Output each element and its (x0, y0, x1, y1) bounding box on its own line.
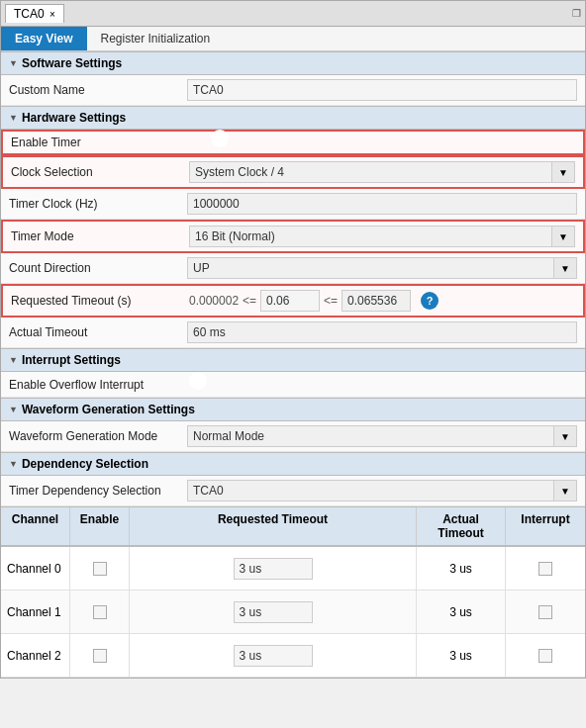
td-channel-1: Channel 1 (1, 591, 70, 633)
clock-selection-input[interactable] (189, 161, 551, 183)
actual-timeout-row: Actual Timeout (1, 318, 585, 348)
dependency-selection-header: ▼ Dependency Selection (1, 452, 585, 476)
timer-dependency-dropdown-btn[interactable]: ▼ (553, 480, 577, 501)
th-requested-timeout: Requested Timeout (130, 507, 417, 545)
count-direction-dropdown-btn[interactable]: ▼ (553, 257, 577, 279)
custom-name-input[interactable] (187, 79, 577, 101)
timer-mode-dropdown-btn[interactable]: ▼ (551, 226, 575, 247)
tab-easy-view[interactable]: Easy View (1, 27, 87, 50)
help-icon[interactable]: ? (421, 292, 439, 310)
waveform-mode-dropdown-btn[interactable]: ▼ (553, 425, 577, 447)
enable-timer-label: Enable Timer (11, 136, 189, 149)
collapse-triangle-interrupt: ▼ (9, 355, 18, 365)
enable-timer-row: Enable Timer (1, 130, 585, 155)
interrupt-settings-header: ▼ Interrupt Settings (1, 348, 585, 372)
enable-timer-toggle-container (189, 136, 575, 149)
dependency-selection-title: Dependency Selection (22, 457, 148, 471)
timer-mode-label: Timer Mode (11, 229, 189, 243)
interrupt-checkbox-2[interactable] (538, 649, 552, 663)
td-channel-2: Channel 2 (1, 634, 70, 677)
enable-checkbox-1[interactable] (93, 605, 107, 619)
timer-dependency-row: Timer Dependency Selection ▼ (1, 476, 585, 506)
td-interrupt-2 (506, 634, 585, 677)
interrupt-checkbox-0[interactable] (538, 562, 552, 576)
timer-clock-input (187, 193, 577, 215)
td-actual-2: 3 us (417, 634, 506, 677)
clock-selection-row: Clock Selection ▼ (1, 155, 585, 189)
waveform-mode-label: Waveform Generation Mode (9, 429, 187, 443)
td-requested-1 (130, 591, 417, 633)
hardware-settings-title: Hardware Settings (22, 111, 126, 125)
timeout-value-input[interactable] (260, 290, 320, 312)
timeout-min: 0.000002 (189, 294, 239, 308)
waveform-mode-input[interactable] (187, 425, 553, 447)
timer-mode-row: Timer Mode ▼ (1, 220, 585, 253)
software-settings-header: ▼ Software Settings (1, 51, 585, 75)
main-window: TCA0 × ❐ Easy View Register Initializati… (0, 0, 586, 679)
requested-timeout-row: Requested Timeout (s) 0.000002 <= <= ? (1, 284, 585, 318)
collapse-triangle-dependency: ▼ (9, 459, 18, 469)
clock-selection-label: Clock Selection (11, 165, 189, 179)
custom-name-value-container (187, 79, 577, 101)
window-tab[interactable]: TCA0 × (5, 4, 64, 23)
requested-timeout-input-2[interactable] (234, 645, 313, 667)
td-enable-2 (70, 634, 130, 677)
enable-overflow-label: Enable Overflow Interrupt (9, 378, 187, 392)
td-actual-0: 3 us (417, 547, 506, 590)
enable-checkbox-0[interactable] (93, 562, 107, 576)
timer-mode-input[interactable] (189, 226, 551, 247)
td-interrupt-1 (506, 591, 585, 633)
custom-name-label: Custom Name (9, 83, 187, 97)
table-row: Channel 2 3 us (1, 634, 585, 678)
th-interrupt: Interrupt (506, 507, 585, 545)
th-actual-timeout: Actual Timeout (417, 507, 506, 545)
timeout-lte1: <= (243, 294, 256, 308)
td-actual-1: 3 us (417, 591, 506, 633)
window-tab-label: TCA0 (14, 7, 45, 21)
enable-checkbox-2[interactable] (93, 649, 107, 663)
waveform-settings-title: Waveform Generation Settings (22, 403, 195, 416)
clock-selection-container: ▼ (189, 161, 575, 183)
timer-dependency-label: Timer Dependency Selection (9, 484, 187, 498)
interrupt-checkbox-1[interactable] (538, 605, 552, 619)
top-tab-bar: Easy View Register Initialization (1, 27, 585, 51)
timeout-max-input (342, 290, 411, 312)
tab-register-initialization[interactable]: Register Initialization (87, 27, 225, 50)
td-requested-0 (130, 547, 417, 590)
td-interrupt-0 (506, 547, 585, 590)
th-enable: Enable (70, 507, 130, 545)
enable-overflow-row: Enable Overflow Interrupt (1, 372, 585, 398)
timer-clock-row: Timer Clock (Hz) (1, 189, 585, 220)
collapse-triangle-waveform: ▼ (9, 405, 18, 414)
collapse-triangle-hardware: ▼ (9, 113, 18, 123)
software-settings-title: Software Settings (22, 56, 122, 70)
td-enable-0 (70, 547, 130, 590)
title-bar: TCA0 × ❐ (1, 1, 585, 27)
th-channel: Channel (1, 507, 70, 545)
requested-timeout-input-1[interactable] (234, 601, 313, 623)
table-row: Channel 0 3 us (1, 547, 585, 591)
channel-table: Channel Enable Requested Timeout Actual … (1, 506, 585, 678)
count-direction-input[interactable] (187, 257, 553, 279)
collapse-triangle-software: ▼ (9, 58, 18, 68)
timeout-lte2: <= (324, 294, 338, 308)
actual-timeout-label: Actual Timeout (9, 325, 187, 339)
interrupt-settings-title: Interrupt Settings (22, 353, 121, 367)
close-icon[interactable]: × (49, 9, 55, 20)
waveform-mode-row: Waveform Generation Mode ▼ (1, 421, 585, 452)
hardware-settings-header: ▼ Hardware Settings (1, 106, 585, 130)
count-direction-row: Count Direction ▼ (1, 253, 585, 284)
clock-selection-dropdown-btn[interactable]: ▼ (551, 161, 575, 183)
requested-timeout-label: Requested Timeout (s) (11, 294, 189, 308)
custom-name-row: Custom Name (1, 75, 585, 106)
td-channel-0: Channel 0 (1, 547, 70, 590)
count-direction-label: Count Direction (9, 261, 187, 275)
actual-timeout-input (187, 321, 577, 343)
timer-dependency-input[interactable] (187, 480, 553, 501)
requested-timeout-input-0[interactable] (234, 558, 313, 580)
restore-icon[interactable]: ❐ (572, 8, 581, 19)
table-header-row: Channel Enable Requested Timeout Actual … (1, 506, 585, 547)
table-row: Channel 1 3 us (1, 591, 585, 634)
timer-clock-label: Timer Clock (Hz) (9, 197, 187, 211)
td-enable-1 (70, 591, 130, 633)
